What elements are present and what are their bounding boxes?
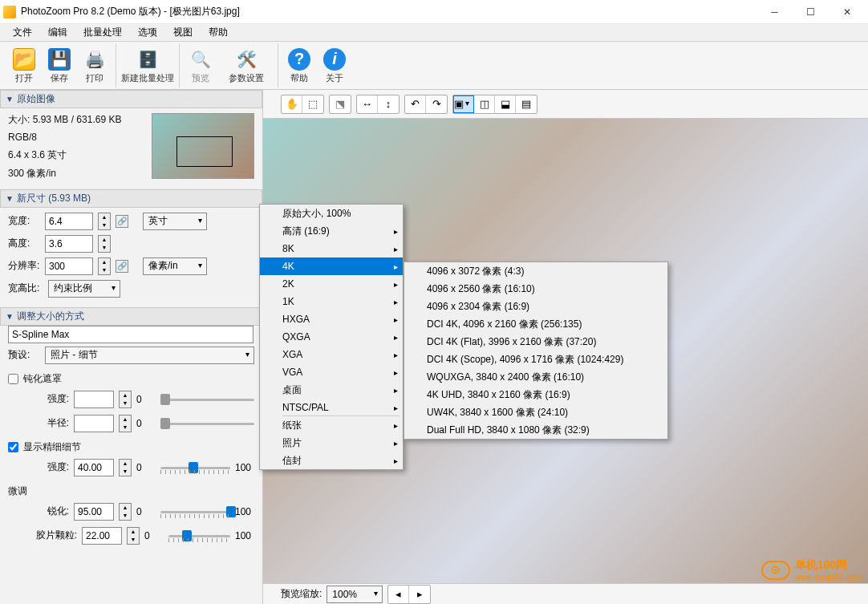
preset-vga[interactable]: VGA	[260, 363, 403, 381]
new-size-header[interactable]: ▼新尺寸 (5.93 MB)	[0, 189, 262, 208]
preset-8k[interactable]: 8K	[260, 240, 403, 257]
maximize-button[interactable]: ☐	[793, 1, 829, 23]
4k-wquxga[interactable]: WQUXGA, 3840 x 2400 像素 (16:10)	[404, 368, 667, 386]
4k-uhd[interactable]: 4K UHD, 3840 x 2160 像素 (16:9)	[404, 386, 667, 403]
intensity2-label: 强度:	[32, 460, 69, 474]
radius-input[interactable]	[74, 415, 114, 432]
preset-photo[interactable]: 照片	[260, 434, 403, 452]
original-image-header[interactable]: ▼原始图像	[0, 90, 262, 108]
radius-label: 半径:	[32, 416, 69, 430]
layout-single[interactable]: ▣	[453, 95, 474, 113]
preset-original[interactable]: 原始大小, 100%	[260, 205, 403, 222]
resize-method-select[interactable]: S-Spline Max	[8, 326, 254, 343]
width-spinner[interactable]: ▲▼	[98, 213, 111, 230]
crop-tool[interactable]: ⬔	[330, 95, 351, 113]
menu-options[interactable]: 选项	[130, 24, 165, 41]
unsharp-mask-checkbox[interactable]: 钝化遮罩	[0, 369, 262, 389]
preset-select[interactable]: 照片 - 细节	[45, 347, 254, 364]
help-button[interactable]: ?帮助	[282, 43, 317, 88]
print-button[interactable]: 🖨️打印	[77, 43, 112, 88]
link-resolution-button[interactable]: 🔗	[116, 260, 128, 273]
watermark: ⦿ 单机100网 www.danji100.com	[761, 558, 862, 582]
filmgrain-input[interactable]	[82, 527, 122, 545]
layout-quad[interactable]: ▤	[516, 95, 537, 113]
aspect-ratio-select[interactable]: 约束比例	[48, 280, 120, 298]
thumbnail-navigator[interactable]	[152, 113, 254, 179]
4k-4096x3072[interactable]: 4096 x 3072 像素 (4:3)	[404, 262, 667, 280]
height-spinner[interactable]: ▲▼	[98, 235, 111, 253]
4k-dci-scope[interactable]: DCI 4K (Scope), 4096 x 1716 像素 (1024:429…	[404, 351, 667, 368]
menu-view[interactable]: 视图	[165, 24, 201, 41]
preview-button[interactable]: 🔍预览	[183, 43, 218, 88]
preset-4k[interactable]: 4K	[260, 257, 403, 275]
4k-4096x2560[interactable]: 4096 x 2560 像素 (16:10)	[404, 280, 667, 298]
preset-2k[interactable]: 2K	[260, 275, 403, 293]
link-dimensions-button[interactable]: 🔗	[116, 215, 128, 228]
main-toolbar: 📂打开 💾保存 🖨️打印 🗄️新建批量处理 🔍预览 🛠️参数设置 ?帮助 i关于	[0, 42, 868, 90]
window-title: PhotoZoom Pro 8.2 (Demo 版本) - [极光图片63.jp…	[21, 5, 756, 18]
sharpen-slider[interactable]	[160, 504, 230, 520]
resize-method-header[interactable]: ▼调整大小的方式	[0, 307, 262, 326]
preset-hd[interactable]: 高清 (16:9)	[260, 222, 403, 240]
preset-xga[interactable]: XGA	[260, 346, 403, 363]
intensity2-input[interactable]	[74, 459, 114, 476]
undo-button[interactable]: ↶	[405, 95, 426, 113]
close-button[interactable]: ✕	[829, 1, 865, 23]
fit-horizontal[interactable]: ↔	[357, 95, 378, 113]
titlebar: PhotoZoom Pro 8.2 (Demo 版本) - [极光图片63.jp…	[0, 0, 868, 24]
intensity2-spinner[interactable]: ▲▼	[119, 459, 132, 476]
radius-spinner[interactable]: ▲▼	[119, 415, 132, 432]
preset-paper[interactable]: 纸张	[260, 416, 403, 434]
fit-vertical[interactable]: ↕	[378, 95, 399, 113]
4k-dci-flat[interactable]: DCI 4K (Flat), 3996 x 2160 像素 (37:20)	[404, 333, 667, 351]
layout-split-h[interactable]: ⬓	[495, 95, 516, 113]
intensity-spinner[interactable]: ▲▼	[119, 391, 132, 408]
preset-ntscpal[interactable]: NTSC/PAL	[260, 399, 403, 416]
zoom-prev[interactable]: ◂	[388, 586, 409, 603]
intensity2-slider[interactable]	[160, 460, 230, 476]
open-button[interactable]: 📂打开	[6, 43, 42, 88]
watermark-logo-icon: ⦿	[761, 561, 790, 580]
zoom-select[interactable]: 100%	[327, 586, 383, 603]
filmgrain-spinner[interactable]: ▲▼	[127, 527, 140, 545]
zoom-next[interactable]: ▸	[409, 586, 430, 603]
preset-envelope[interactable]: 信封	[260, 452, 403, 469]
menu-file[interactable]: 文件	[5, 24, 40, 41]
intensity-input[interactable]	[74, 391, 114, 408]
marquee-tool[interactable]: ⬚	[302, 95, 323, 113]
redo-button[interactable]: ↷	[426, 95, 447, 113]
sharpen-input[interactable]	[74, 503, 114, 521]
radius-slider[interactable]	[160, 416, 254, 432]
4k-dualfhd[interactable]: Dual Full HD, 3840 x 1080 像素 (32:9)	[404, 421, 667, 439]
watermark-url: www.danji100.com	[795, 573, 862, 582]
original-info: 大小: 5.93 MB / 631.69 KB RGB/8 6.4 x 3.6 …	[8, 113, 144, 184]
menu-edit[interactable]: 编辑	[40, 24, 75, 41]
preset-1k[interactable]: 1K	[260, 293, 403, 310]
4k-4096x2304[interactable]: 4096 x 2304 像素 (16:9)	[404, 298, 667, 315]
preset-qxga[interactable]: QXGA	[260, 328, 403, 346]
resolution-input[interactable]	[45, 257, 93, 275]
layout-split-v[interactable]: ◫	[474, 95, 495, 113]
preset-hxga[interactable]: HXGA	[260, 310, 403, 328]
resolution-spinner[interactable]: ▲▼	[98, 257, 111, 275]
menu-help[interactable]: 帮助	[201, 24, 236, 41]
dimension-unit-select[interactable]: 英寸	[143, 213, 207, 230]
fine-detail-checkbox[interactable]: 显示精细细节	[0, 437, 262, 457]
hand-tool[interactable]: ✋	[282, 95, 302, 113]
menu-batch[interactable]: 批量处理	[75, 24, 130, 41]
save-button[interactable]: 💾保存	[42, 43, 77, 88]
tweak-label: 微调	[0, 481, 262, 501]
settings-button[interactable]: 🛠️参数设置	[218, 43, 274, 88]
width-input[interactable]	[45, 213, 93, 230]
preset-desktop[interactable]: 桌面	[260, 381, 403, 399]
about-button[interactable]: i关于	[317, 43, 352, 88]
minimize-button[interactable]: ─	[756, 1, 793, 23]
4k-uw4k[interactable]: UW4K, 3840 x 1600 像素 (24:10)	[404, 403, 667, 421]
height-input[interactable]	[45, 235, 93, 253]
resolution-unit-select[interactable]: 像素/in	[143, 257, 207, 275]
filmgrain-slider[interactable]	[168, 528, 230, 544]
intensity-slider[interactable]	[160, 391, 254, 407]
4k-dci[interactable]: DCI 4K, 4096 x 2160 像素 (256:135)	[404, 315, 667, 333]
sharpen-spinner[interactable]: ▲▼	[119, 503, 132, 521]
new-batch-button[interactable]: 🗄️新建批量处理	[120, 43, 176, 88]
